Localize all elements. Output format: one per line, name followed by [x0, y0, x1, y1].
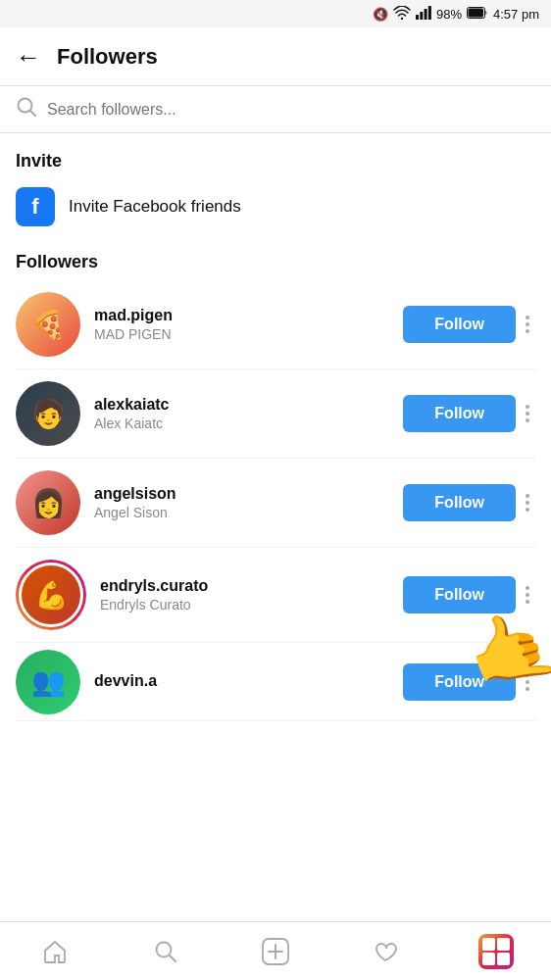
user-info: angelsison Angel Sison [94, 485, 393, 520]
time: 4:57 pm [493, 7, 539, 22]
follower-item: 🧑 alexkaiatc Alex Kaiatc Follow [16, 369, 535, 459]
follow-button[interactable]: Follow [403, 306, 516, 343]
display-name: Angel Sison [94, 505, 393, 520]
more-options-button[interactable] [520, 316, 535, 333]
nav-add[interactable] [248, 922, 303, 980]
header: ← Followers [0, 27, 551, 86]
follower-item: 🍕 mad.pigen MAD PIGEN Follow [16, 280, 535, 369]
more-options-button[interactable] [520, 405, 535, 422]
dot-icon [526, 501, 529, 505]
search-icon [16, 96, 37, 122]
dot-icon [526, 508, 529, 512]
avatar: 💪 [19, 563, 83, 627]
signal-icon [416, 6, 431, 23]
follow-button[interactable]: Follow [403, 576, 516, 613]
nav-search[interactable] [138, 922, 193, 980]
nav-heart[interactable] [358, 922, 413, 980]
avatar: 🧑 [16, 381, 80, 446]
dot-icon [526, 316, 529, 319]
dot-icon [526, 418, 529, 422]
follow-button[interactable]: Follow [403, 395, 516, 432]
profile-colorful-icon [478, 934, 514, 969]
svg-rect-4 [428, 6, 431, 20]
user-info: alexkaiatc Alex Kaiatc [94, 396, 393, 431]
username: endryls.curato [100, 577, 393, 595]
svg-point-0 [401, 17, 403, 19]
dot-icon [526, 673, 529, 677]
followers-section: Followers 🍕 mad.pigen MAD PIGEN Follow 🧑… [0, 236, 551, 721]
facebook-icon: f [16, 187, 55, 226]
dot-icon [526, 586, 529, 590]
nav-profile[interactable] [469, 922, 524, 980]
svg-rect-1 [416, 15, 419, 20]
wifi-icon [393, 6, 411, 23]
username: angelsison [94, 485, 393, 503]
avatar: 👥 [16, 650, 80, 714]
svg-rect-6 [469, 8, 484, 17]
svg-rect-2 [420, 12, 423, 20]
user-info: devvin.a [94, 672, 393, 692]
svg-line-8 [30, 111, 35, 116]
svg-line-10 [169, 955, 175, 960]
dot-icon [526, 405, 529, 409]
display-name: Alex Kaiatc [94, 416, 393, 431]
user-info: endryls.curato Endryls Curato [100, 577, 393, 612]
invite-title: Invite [16, 151, 535, 172]
dot-icon [526, 329, 529, 333]
username: devvin.a [94, 672, 393, 690]
followers-section-title: Followers [16, 252, 535, 272]
dot-icon [526, 412, 529, 416]
follower-item: 👩 angelsison Angel Sison Follow [16, 459, 535, 548]
follower-item: 👥 devvin.a Follow [16, 643, 535, 721]
user-info: mad.pigen MAD PIGEN [94, 307, 393, 342]
display-name: MAD PIGEN [94, 326, 393, 342]
invite-facebook-label: Invite Facebook friends [69, 197, 241, 217]
username: alexkaiatc [94, 396, 393, 414]
search-input[interactable] [47, 101, 535, 119]
avatar: 👩 [16, 470, 80, 535]
invite-facebook-button[interactable]: f Invite Facebook friends [16, 187, 535, 226]
bottom-nav [0, 921, 551, 980]
dot-icon [526, 680, 529, 684]
svg-rect-3 [425, 9, 427, 20]
status-bar: 🔇 98% [0, 0, 551, 27]
back-button[interactable]: ← [16, 44, 41, 70]
dot-icon [526, 322, 529, 326]
search-bar [0, 86, 551, 133]
dot-icon [526, 494, 529, 498]
follower-item: 💪 endryls.curato Endryls Curato Follow 🤙 [16, 548, 535, 643]
battery-icon [467, 7, 488, 22]
nav-home[interactable] [27, 922, 82, 980]
battery-text: 98% [436, 7, 462, 22]
username: mad.pigen [94, 307, 393, 324]
dot-icon [526, 687, 529, 691]
dot-icon [526, 593, 529, 597]
page-title: Followers [57, 44, 158, 70]
invite-section: Invite f Invite Facebook friends [0, 133, 551, 236]
display-name: Endryls Curato [100, 597, 393, 612]
dot-icon [526, 600, 529, 604]
status-icons: 🔇 98% [373, 6, 539, 23]
more-options-button[interactable] [520, 586, 535, 604]
more-options-button[interactable] [520, 494, 535, 512]
mute-icon: 🔇 [373, 7, 388, 22]
follow-button[interactable]: Follow [403, 663, 516, 701]
avatar: 🍕 [16, 292, 80, 357]
follow-button[interactable]: Follow [403, 484, 516, 521]
more-options-button[interactable] [520, 673, 535, 691]
